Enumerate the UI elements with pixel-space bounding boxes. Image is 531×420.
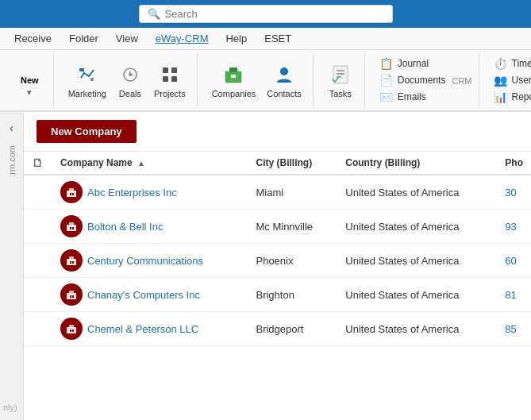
deals-button[interactable]: Deals — [113, 59, 148, 102]
col-header-doc: 🗋 — [24, 152, 52, 175]
search-box[interactable]: 🔍 — [139, 5, 393, 23]
menu-item-eset[interactable]: ESET — [256, 29, 299, 48]
menu-item-eway-crm[interactable]: eWay-CRM — [148, 29, 217, 48]
ribbon: New ▾ Marketing — [0, 50, 531, 112]
new-dropdown-arrow[interactable]: ▾ — [19, 87, 40, 98]
table-row: Chemel & Peterson LLC Bridgeport United … — [24, 312, 531, 346]
row-doc-cell — [24, 244, 52, 278]
company-cell: Chemel & Peterson LLC — [60, 318, 240, 340]
company-icon — [60, 181, 83, 203]
table-area: New Company 🗋 Company Name ▲ City (Billi… — [24, 112, 531, 420]
row-phone-cell: 60 — [497, 244, 531, 278]
projects-label: Projects — [154, 89, 186, 98]
contacts-label: Contacts — [267, 89, 301, 98]
projects-button[interactable]: Projects — [149, 59, 190, 102]
row-name-cell: Chemel & Peterson LLC — [52, 312, 248, 346]
journal-icon: 📋 — [379, 57, 393, 70]
emails-label: Emails — [398, 91, 426, 102]
bottom-label: nly) — [0, 403, 17, 412]
company-name-link[interactable]: Abc Enterprises Inc — [87, 187, 177, 198]
contacts-button[interactable]: Contacts — [262, 59, 306, 102]
company-name-link[interactable]: Century Communications — [87, 255, 203, 267]
table-row: Century Communications Phoenix United St… — [24, 244, 531, 278]
companies-table: 🗋 Company Name ▲ City (Billing) Country … — [24, 152, 531, 346]
menu-item-view[interactable]: View — [108, 29, 146, 48]
svg-rect-34 — [70, 295, 71, 298]
row-city-cell: Brighton — [248, 278, 337, 312]
company-name-link[interactable]: Bolton & Bell Inc — [87, 221, 163, 233]
search-input[interactable] — [165, 8, 384, 20]
col-phone-label: Pho — [505, 157, 523, 168]
phone-link[interactable]: 93 — [505, 221, 516, 233]
company-icon — [60, 283, 83, 306]
crm-small-group: 📋 Journal 📄 Documents ✉️ Emails — [375, 56, 451, 105]
phone-link[interactable]: 85 — [505, 323, 516, 335]
table-row: Abc Enterprises Inc Miami United States … — [24, 175, 531, 210]
timesheets-label: Time Sheets — [512, 58, 532, 69]
journal-label: Journal — [398, 58, 429, 69]
row-phone-cell: 30 — [497, 175, 531, 210]
menu-item-folder[interactable]: Folder — [61, 29, 106, 48]
users-label: Users — [512, 75, 532, 86]
svg-rect-13 — [231, 75, 233, 78]
svg-rect-7 — [163, 67, 168, 73]
projects-icon — [157, 62, 183, 87]
row-country-cell: United States of America — [337, 175, 497, 210]
marketing-label: Marketing — [68, 89, 106, 98]
ribbon-group-tasks: Tasks — [317, 53, 365, 107]
svg-point-15 — [280, 67, 288, 75]
row-city-cell: Bridgeport — [248, 312, 337, 346]
marketing-button[interactable]: Marketing — [63, 59, 111, 102]
company-name-link[interactable]: Chanay's Computers Inc — [87, 289, 200, 301]
row-phone-cell: 85 — [497, 312, 531, 346]
row-name-cell: Century Communications — [52, 244, 248, 278]
journal-button[interactable]: 📋 Journal — [375, 56, 451, 71]
new-label: New — [21, 75, 39, 85]
contacts-icon — [271, 62, 297, 87]
row-country-cell: United States of America — [337, 210, 497, 244]
deals-icon — [117, 62, 143, 87]
new-button-container: New ▾ — [13, 62, 47, 98]
phone-link[interactable]: 60 — [505, 255, 516, 267]
search-icon: 🔍 — [148, 8, 160, 20]
tasks-button[interactable]: Tasks — [323, 59, 358, 102]
col-header-phone: Pho — [497, 152, 531, 175]
svg-rect-33 — [69, 291, 74, 294]
svg-rect-39 — [72, 329, 74, 332]
left-panel: ‹ :rm.com — [0, 112, 24, 420]
row-doc-cell — [24, 312, 52, 346]
ribbon-group-companies: Companies Contacts — [201, 53, 314, 107]
new-company-button[interactable]: New Company — [37, 120, 137, 143]
row-doc-cell — [24, 175, 52, 210]
company-name-link[interactable]: Chemel & Peterson LLC — [87, 323, 198, 335]
timesheets-button[interactable]: ⏱️ Time Sheets — [489, 56, 532, 71]
menu-item-help[interactable]: Help — [217, 29, 255, 48]
table-row: Bolton & Bell Inc Mc Minnville United St… — [24, 210, 531, 244]
deals-label: Deals — [119, 89, 141, 98]
documents-button[interactable]: 📄 Documents — [375, 72, 451, 88]
users-button[interactable]: 👥 Users — [489, 72, 532, 88]
new-button[interactable]: New — [13, 62, 47, 87]
phone-link[interactable]: 81 — [505, 289, 516, 301]
table-body: Abc Enterprises Inc Miami United States … — [24, 175, 531, 346]
ribbon-group-marketing: Marketing Deals Projects — [57, 53, 198, 107]
ribbon-group-new: New ▾ — [6, 53, 54, 107]
svg-rect-38 — [70, 329, 71, 332]
emails-button[interactable]: ✉️ Emails — [375, 89, 451, 105]
svg-rect-30 — [70, 261, 71, 264]
svg-rect-22 — [70, 193, 71, 195]
row-city-cell: Miami — [248, 175, 337, 210]
phone-link[interactable]: 30 — [505, 187, 516, 198]
companies-button[interactable]: Companies — [207, 59, 261, 102]
crm-group-label: CRM — [452, 75, 471, 86]
side-label: :rm.com — [7, 145, 17, 177]
doc-header-icon: 🗋 — [32, 156, 43, 169]
row-name-cell: Bolton & Bell Inc — [52, 210, 248, 244]
reports-button[interactable]: 📊 Reports — [489, 89, 532, 105]
tasks-icon — [328, 62, 353, 87]
menu-item-receive[interactable]: Receive — [6, 29, 60, 48]
svg-rect-25 — [69, 222, 74, 225]
col-header-name[interactable]: Company Name ▲ — [52, 152, 248, 175]
collapse-button[interactable]: ‹ — [6, 118, 17, 137]
table-row: Chanay's Computers Inc Brighton United S… — [24, 278, 531, 312]
